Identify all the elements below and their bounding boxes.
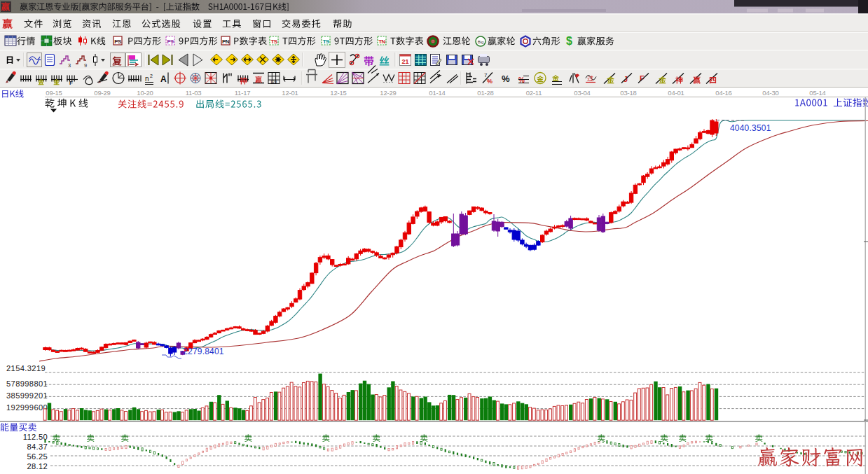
svg-text:2154.3219: 2154.3219 — [6, 364, 46, 372]
svg-text:385999201: 385999201 — [6, 391, 48, 400]
svg-text:84.37: 84.37 — [27, 442, 48, 451]
svg-text:01-28: 01-28 — [477, 89, 493, 97]
svg-text:10-20: 10-20 — [137, 89, 153, 97]
svg-text:T9: T9 — [323, 39, 329, 45]
svg-text:4040.3501: 4040.3501 — [730, 123, 771, 133]
svg-text:TN: TN — [378, 39, 385, 45]
svg-text:%: % — [487, 78, 492, 85]
svg-text:03-18: 03-18 — [620, 89, 636, 97]
svg-text:01-14: 01-14 — [429, 89, 445, 97]
svg-text:11-17: 11-17 — [235, 89, 251, 97]
svg-text:P9: P9 — [167, 39, 174, 45]
svg-text:PS: PS — [114, 39, 122, 45]
svg-text:578998801: 578998801 — [6, 379, 48, 388]
svg-text:-2279.8401: -2279.8401 — [180, 347, 224, 356]
svg-text:192999600: 192999600 — [6, 403, 48, 412]
svg-text:3: 3 — [68, 62, 71, 69]
svg-text:05-14: 05-14 — [809, 89, 825, 97]
svg-text:$: $ — [566, 35, 572, 47]
svg-text:21: 21 — [401, 58, 408, 65]
svg-text:12-29: 12-29 — [380, 89, 396, 97]
svg-text:02-11: 02-11 — [526, 89, 542, 97]
svg-text:04-16: 04-16 — [715, 89, 731, 97]
svg-text:11-03: 11-03 — [186, 89, 202, 97]
svg-text:09-29: 09-29 — [94, 89, 110, 97]
svg-text:03-04: 03-04 — [574, 89, 590, 97]
svg-text:A: A — [160, 74, 167, 84]
svg-text:123: 123 — [270, 80, 277, 84]
svg-text:n: n — [145, 75, 149, 83]
svg-text:TS: TS — [270, 39, 277, 45]
svg-text:04-30: 04-30 — [762, 89, 778, 97]
svg-text:09-15: 09-15 — [46, 89, 62, 97]
svg-text:PN: PN — [222, 39, 230, 45]
svg-text:2: 2 — [150, 74, 153, 78]
svg-text:04-01: 04-01 — [668, 89, 684, 97]
svg-text:9: 9 — [84, 62, 87, 69]
svg-text:Big: Big — [478, 40, 484, 44]
svg-text:12-15: 12-15 — [330, 89, 346, 97]
svg-text:7: 7 — [484, 72, 488, 78]
svg-text:28.12: 28.12 — [27, 462, 48, 470]
svg-text:F: F — [69, 80, 73, 86]
svg-text:112.50: 112.50 — [23, 433, 48, 441]
svg-text:56.25: 56.25 — [27, 452, 48, 461]
svg-text:12-01: 12-01 — [282, 89, 298, 97]
svg-text:%: % — [502, 74, 510, 84]
